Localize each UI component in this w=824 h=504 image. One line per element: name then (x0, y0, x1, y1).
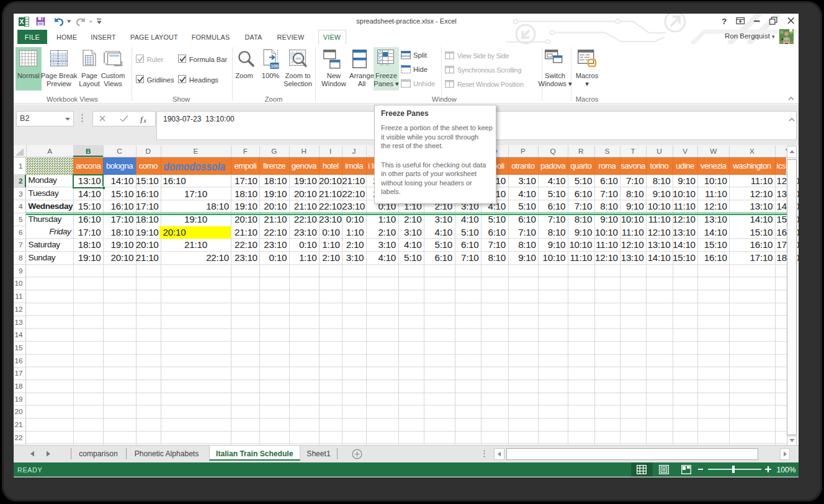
svg-text:?: ? (722, 17, 727, 26)
svg-text:X: X (19, 18, 24, 25)
svg-text:x: x (143, 118, 147, 124)
svg-text:100: 100 (271, 63, 279, 69)
